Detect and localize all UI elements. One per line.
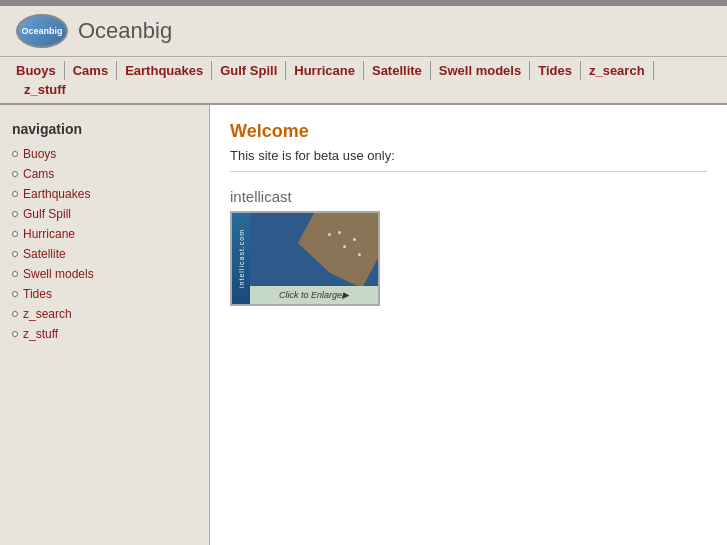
bullet-icon [12,331,18,337]
map-click-enlarge-bar[interactable]: Click to Enlarge▶ [250,286,378,304]
bullet-icon [12,251,18,257]
sidebar-link-satellite[interactable]: Satellite [23,247,66,261]
logo-icon[interactable]: Oceanbig [16,14,68,48]
map-side-text: intellicast.com [238,229,245,288]
sidebar-item-gulf-spill: Gulf Spill [12,207,197,221]
sidebar-item-z-search: z_search [12,307,197,321]
sidebar-link-buoys[interactable]: Buoys [23,147,56,161]
sidebar-link-earthquakes[interactable]: Earthquakes [23,187,90,201]
intellicast-section: intellicast intellicast.com Cl [230,188,707,306]
click-enlarge-text: Click to Enlarge▶ [279,290,349,300]
nav-hurricane[interactable]: Hurricane [286,61,364,80]
bullet-icon [12,231,18,237]
bullet-icon [12,211,18,217]
bullet-icon [12,171,18,177]
map-image-area [250,213,378,286]
nav-earthquakes[interactable]: Earthquakes [117,61,212,80]
welcome-heading: Welcome [230,121,707,142]
sidebar-heading: navigation [12,121,197,137]
map-dot [358,253,361,256]
bullet-icon [12,271,18,277]
site-title: Oceanbig [78,18,172,44]
sidebar-item-earthquakes: Earthquakes [12,187,197,201]
nav-satellite[interactable]: Satellite [364,61,431,80]
divider [230,171,707,172]
map-container[interactable]: intellicast.com Click to Enlarge▶ [230,211,380,306]
sidebar-link-tides[interactable]: Tides [23,287,52,301]
map-dot [353,238,356,241]
sidebar-item-swell-models: Swell models [12,267,197,281]
header: Oceanbig Oceanbig [0,6,727,57]
sidebar-item-tides: Tides [12,287,197,301]
sidebar-link-swell-models[interactable]: Swell models [23,267,94,281]
sidebar-link-z-search[interactable]: z_search [23,307,72,321]
sidebar-item-hurricane: Hurricane [12,227,197,241]
intellicast-label: intellicast [230,188,707,205]
nav-cams[interactable]: Cams [65,61,117,80]
sidebar-link-hurricane[interactable]: Hurricane [23,227,75,241]
content-area: navigation Buoys Cams Earthquakes Gulf S… [0,105,727,545]
map-dots [308,223,368,273]
map-dot [343,245,346,248]
sidebar-link-gulf-spill[interactable]: Gulf Spill [23,207,71,221]
logo-container: Oceanbig Oceanbig [16,14,172,48]
nav-z-stuff[interactable]: z_stuff [16,80,74,99]
sidebar-item-z-stuff: z_stuff [12,327,197,341]
bullet-icon [12,311,18,317]
sidebar-link-z-stuff[interactable]: z_stuff [23,327,58,341]
bullet-icon [12,151,18,157]
sidebar-item-cams: Cams [12,167,197,181]
sidebar: navigation Buoys Cams Earthquakes Gulf S… [0,105,210,545]
nav-swell-models[interactable]: Swell models [431,61,530,80]
map-side-label: intellicast.com [232,213,250,304]
nav-buoys[interactable]: Buoys [16,61,65,80]
map-dot [338,231,341,234]
logo-text: Oceanbig [21,26,62,36]
nav-tides[interactable]: Tides [530,61,581,80]
bullet-icon [12,191,18,197]
nav-z-search[interactable]: z_search [581,61,654,80]
main-content: Welcome This site is for beta use only: … [210,105,727,545]
sidebar-item-satellite: Satellite [12,247,197,261]
nav-bar: Buoys Cams Earthquakes Gulf Spill Hurric… [0,57,727,105]
sidebar-link-cams[interactable]: Cams [23,167,54,181]
welcome-text: This site is for beta use only: [230,148,707,163]
bullet-icon [12,291,18,297]
nav-gulf-spill[interactable]: Gulf Spill [212,61,286,80]
sidebar-item-buoys: Buoys [12,147,197,161]
map-dot [328,233,331,236]
